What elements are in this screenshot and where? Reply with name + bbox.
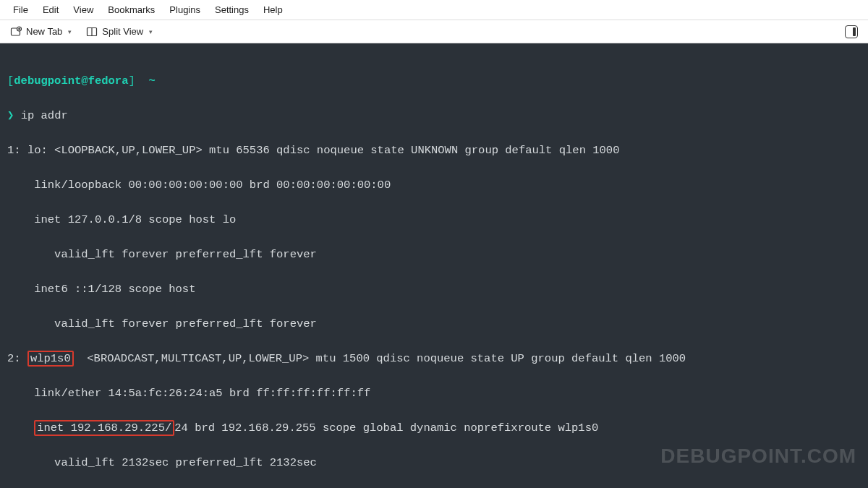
output-line: link/ether 14:5a:fc:26:24:a5 brd ff:ff:f… <box>7 385 861 402</box>
output-line: valid_lft 2132sec preferred_lft 2132sec <box>7 454 861 471</box>
output-line: 2: wlp1s0 <BROADCAST,MULTICAST,UP,LOWER_… <box>7 350 861 367</box>
output-line: inet 127.0.0.1/8 scope host lo <box>7 211 861 228</box>
menu-bookmarks[interactable]: Bookmarks <box>101 1 162 18</box>
menu-help[interactable]: Help <box>256 1 290 18</box>
menu-settings[interactable]: Settings <box>208 1 256 18</box>
panel-toggle-button[interactable] <box>841 23 862 40</box>
prompt-open-bracket: [ <box>7 74 14 87</box>
command-text: ip addr <box>21 109 68 122</box>
split-view-icon <box>86 26 98 38</box>
terminal-pane[interactable]: [debugpoint@fedora] ~ ❯ ip addr 1: lo: <… <box>0 43 868 488</box>
new-tab-icon <box>10 26 22 38</box>
menu-edit[interactable]: Edit <box>35 1 66 18</box>
menu-view[interactable]: View <box>66 1 101 18</box>
new-tab-button[interactable]: New Tab ▾ <box>6 24 76 40</box>
prompt-user-host: debugpoint@fedora <box>14 74 128 87</box>
menu-plugins[interactable]: Plugins <box>162 1 208 18</box>
output-line: 1: lo: <LOOPBACK,UP,LOWER_UP> mtu 65536 … <box>7 142 861 159</box>
new-tab-label: New Tab <box>26 26 62 37</box>
highlight-interface-name: wlp1s0 <box>27 351 74 367</box>
panel-right-icon <box>845 25 858 38</box>
output-line: inet6 ::1/128 scope host <box>7 281 861 298</box>
output-line: inet 192.168.29.225/24 brd 192.168.29.25… <box>7 419 861 437</box>
prompt-symbol: ❯ <box>7 109 14 122</box>
prompt-close-bracket: ] <box>128 74 135 87</box>
tool-bar: New Tab ▾ Split View ▾ <box>0 20 868 43</box>
highlight-inet-address: inet 192.168.29.225/ <box>34 420 174 436</box>
menu-bar: File Edit View Bookmarks Plugins Setting… <box>0 0 868 20</box>
command-line: ❯ ip addr <box>7 107 861 124</box>
chevron-down-icon: ▾ <box>68 28 72 35</box>
split-view-button[interactable]: Split View ▾ <box>82 24 157 40</box>
output-line: valid_lft forever preferred_lft forever <box>7 246 861 263</box>
prompt-cwd: ~ <box>148 74 155 87</box>
chevron-down-icon: ▾ <box>149 28 153 35</box>
menu-file[interactable]: File <box>6 1 35 18</box>
output-line: valid_lft forever preferred_lft forever <box>7 315 861 333</box>
prompt-line: [debugpoint@fedora] ~ <box>7 72 861 90</box>
output-line: link/loopback 00:00:00:00:00:00 brd 00:0… <box>7 176 861 194</box>
split-view-label: Split View <box>102 26 143 37</box>
